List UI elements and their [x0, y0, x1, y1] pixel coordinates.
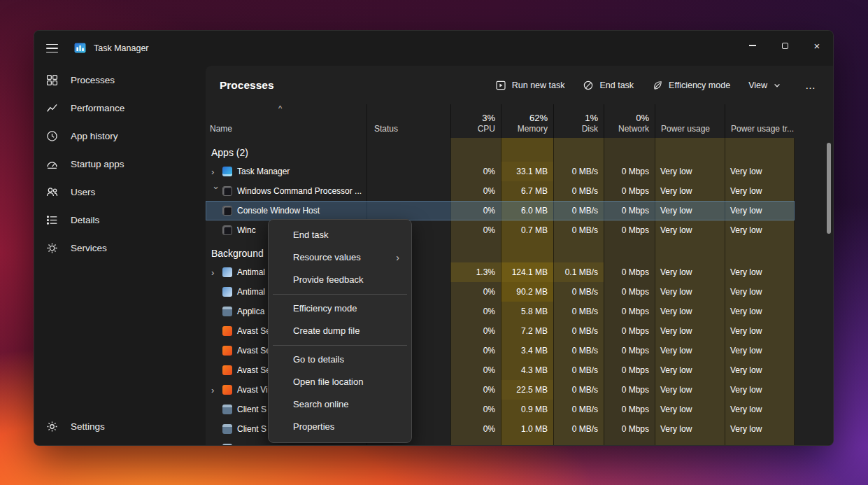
- sidebar-item-startup-apps[interactable]: Startup apps: [34, 150, 206, 178]
- hamburger-menu-button[interactable]: [45, 41, 69, 56]
- menu-item-properties[interactable]: Properties: [272, 416, 408, 438]
- sidebar-item-users[interactable]: Users: [34, 178, 206, 206]
- power-trend-cell: Very low: [725, 380, 795, 400]
- power-usage-cell: Very low: [655, 360, 725, 380]
- memory-cell: 7.2 MB: [501, 321, 553, 341]
- sidebar-item-services[interactable]: Services: [34, 234, 206, 262]
- table-row-task-manager[interactable]: ›Task Manager 0% 33.1 MB 0 MB/s 0 Mbps V…: [206, 162, 795, 181]
- menu-item-provide-feedback[interactable]: Provide feedback: [272, 269, 408, 291]
- memory-cell: 5.8 MB: [501, 302, 553, 321]
- group-header-apps[interactable]: Apps (2): [206, 143, 795, 162]
- status-cell: [367, 201, 450, 220]
- chevron-right-icon[interactable]: ›: [211, 267, 222, 278]
- maximize-button[interactable]: [769, 31, 801, 60]
- process-name: Client S: [237, 405, 266, 414]
- disk-cell: 0 MB/s: [553, 341, 604, 360]
- more-options-button[interactable]: …: [799, 79, 816, 91]
- system-process-icon: [222, 405, 232, 414]
- cpu-cell: 0%: [450, 360, 501, 380]
- menu-item-label: Resource values: [293, 252, 361, 262]
- efficiency-mode-button[interactable]: Efficiency mode: [652, 80, 730, 91]
- column-header-disk[interactable]: 1%Disk: [553, 104, 604, 138]
- column-header-network[interactable]: 0%Network: [604, 104, 655, 138]
- menu-item-efficiency-mode[interactable]: Efficiency mode: [272, 297, 408, 320]
- column-header-cpu[interactable]: 3%CPU: [450, 104, 501, 138]
- sidebar-item-processes[interactable]: Processes: [34, 66, 206, 94]
- disk-cell: 0 MB/s: [553, 360, 604, 380]
- power-trend-cell: Very low: [725, 360, 795, 380]
- chevron-right-icon[interactable]: ›: [211, 385, 222, 395]
- close-button[interactable]: ×: [801, 31, 833, 60]
- table-row-console-window-host-selected[interactable]: Console Window Host 0% 6.0 MB 0 MB/s 0 M…: [206, 201, 795, 220]
- power-usage-cell: Very low: [655, 201, 725, 220]
- cpu-cell: 0%: [450, 201, 501, 220]
- scrollbar-thumb[interactable]: [827, 143, 831, 234]
- status-cell: [367, 181, 450, 201]
- process-name: Console Window Host: [237, 206, 320, 216]
- network-cell: 0 Mbps: [604, 419, 655, 439]
- network-cell: 0 Mbps: [604, 162, 655, 181]
- chevron-right-icon[interactable]: ›: [211, 167, 222, 177]
- menu-item-go-to-details[interactable]: Go to details: [272, 349, 408, 371]
- power-trend-cell: Very low: [725, 220, 795, 240]
- power-usage-cell: Very low: [655, 262, 725, 282]
- chevron-down-icon[interactable]: ›: [211, 186, 222, 197]
- table-row-windows-command-processor[interactable]: ›Windows Command Processor ... 0% 6.7 MB…: [206, 181, 795, 201]
- cpu-cell: 0%: [450, 400, 501, 419]
- toolbar: Run new task End task Efficiency mode Vi…: [495, 79, 833, 91]
- column-header-status[interactable]: Status: [367, 104, 450, 138]
- sidebar-item-app-history[interactable]: App history: [34, 122, 206, 150]
- end-task-label: End task: [599, 80, 634, 90]
- sidebar-item-details[interactable]: Details: [34, 206, 206, 234]
- column-header-power-usage-trend[interactable]: Power usage tr...: [725, 104, 795, 138]
- process-name: Task Manager: [237, 167, 290, 176]
- cpu-cell: 0%: [450, 181, 501, 201]
- menu-item-create-dump-file[interactable]: Create dump file: [272, 320, 408, 342]
- minimize-button[interactable]: [737, 31, 769, 60]
- cpu-total-percent: 3%: [451, 113, 495, 123]
- column-header-memory[interactable]: 62%Memory: [501, 104, 553, 138]
- power-trend-cell: Very low: [725, 419, 795, 439]
- task-manager-window: Task Manager × Processes Performance App…: [34, 30, 834, 446]
- memory-cell: 124.1 MB: [501, 262, 553, 282]
- vertical-scrollbar[interactable]: [827, 143, 831, 234]
- avast-icon: [222, 346, 232, 356]
- power-usage-cell: Very low: [655, 380, 725, 400]
- menu-item-search-online[interactable]: Search online: [272, 393, 408, 416]
- sidebar-item-settings[interactable]: Settings: [34, 412, 206, 440]
- submenu-chevron-icon: ›: [396, 246, 399, 269]
- sidebar-item-label: Services: [71, 243, 107, 253]
- process-name: Avast Se: [237, 365, 271, 375]
- column-header-power-usage[interactable]: Power usage: [655, 104, 725, 138]
- memory-cell: 6.7 MB: [501, 181, 553, 201]
- disk-cell: 0 MB/s: [553, 419, 604, 439]
- cpu-cell: 0%: [450, 282, 501, 302]
- cpu-cell: 0%: [450, 321, 501, 341]
- startup-apps-icon: [46, 158, 58, 170]
- memory-cell: 4.3 MB: [501, 360, 553, 380]
- power-usage-cell: Very low: [655, 341, 725, 360]
- column-header-name[interactable]: ^ Name: [206, 104, 367, 138]
- network-cell: 0 Mbps: [604, 380, 655, 400]
- run-new-task-button[interactable]: Run new task: [495, 80, 565, 91]
- page-title: Processes: [220, 79, 274, 92]
- table-header: ^ Name Status 3%CPU 62%Memory 1%Disk 0%N…: [206, 104, 795, 138]
- menu-item-open-file-location[interactable]: Open file location: [272, 371, 408, 393]
- disk-cell: [553, 439, 604, 445]
- view-dropdown-button[interactable]: View: [748, 80, 781, 90]
- sidebar-item-performance[interactable]: Performance: [34, 94, 206, 122]
- end-task-button[interactable]: End task: [583, 80, 634, 91]
- memory-total-percent: 62%: [501, 113, 548, 123]
- menu-item-resource-values[interactable]: Resource values›: [272, 246, 408, 269]
- network-cell: 0 Mbps: [604, 181, 655, 201]
- network-cell: 0 Mbps: [604, 201, 655, 220]
- end-task-icon: [583, 80, 594, 91]
- disk-cell: 0 MB/s: [553, 380, 604, 400]
- disk-total-percent: 1%: [554, 113, 598, 123]
- avast-icon: [222, 326, 232, 336]
- processes-icon: [46, 74, 58, 86]
- details-icon: [46, 214, 58, 226]
- sidebar-item-label: App history: [71, 131, 118, 141]
- power-trend-cell: Very low: [725, 201, 795, 220]
- menu-item-end-task[interactable]: End task: [272, 224, 408, 246]
